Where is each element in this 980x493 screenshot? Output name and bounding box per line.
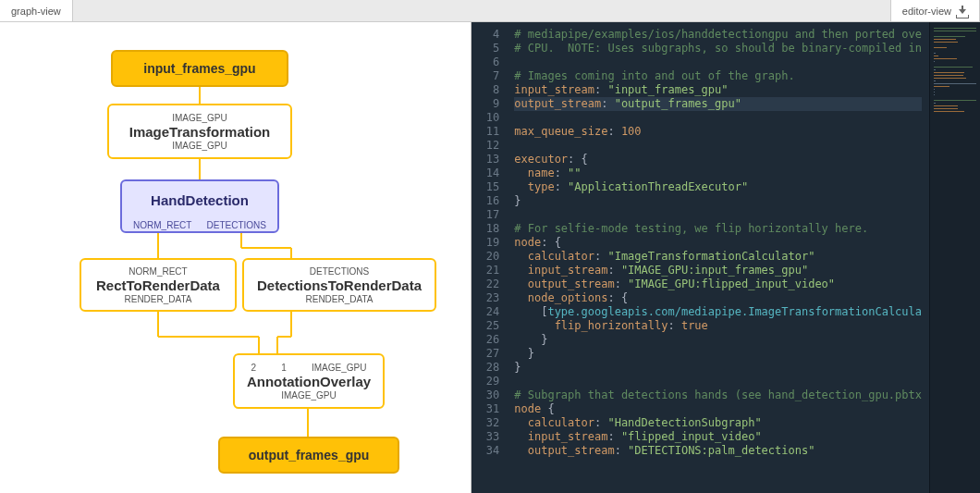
node-title: RectToRenderData [81,277,235,293]
line-number: 27 [475,347,499,361]
line-number: 8 [475,83,499,97]
code-line: input_stream: "IMAGE_GPU:input_frames_gp… [514,264,922,277]
node-title: HandDetection [122,192,277,208]
line-number: 30 [475,388,499,402]
line-number: 10 [475,111,499,125]
port-label: IMAGE_GPU [172,113,227,123]
line-number: 20 [475,250,499,264]
node-hand-detection[interactable]: HandDetection NORM_RECT DETECTIONS [120,179,279,233]
code-line [514,111,922,125]
line-number: 16 [475,194,499,208]
node-title: input_frames_gpu [113,61,287,76]
node-title: AnnotationOverlay [235,374,383,389]
code-line: # For selfie-mode testing, we flip horiz… [514,222,922,236]
code-line [514,139,922,153]
line-number: 34 [475,444,499,458]
line-number: 9 [475,97,499,111]
port-label: 1 [281,363,287,373]
port-label: 2 [251,363,257,373]
code-line: # CPU. NOTE: Uses subgraphs, so should b… [514,42,922,55]
code-line: } [514,361,922,375]
line-gutter: 4567891011121314151617181920212223242526… [472,22,507,493]
code-line: flip_horizontally: true [514,319,922,333]
line-number: 28 [475,361,499,375]
line-number: 32 [475,416,499,430]
line-number: 24 [475,305,499,319]
code-line [514,375,922,388]
code-line: # mediapipe/examples/ios/handdetectiongp… [514,28,922,42]
code-line: } [514,194,922,208]
port-label: RENDER_DATA [125,294,192,304]
node-title: ImageTransformation [109,124,290,140]
code-area[interactable]: # mediapipe/examples/ios/handdetectiongp… [507,22,929,493]
port-label: IMAGE_GPU [172,141,227,151]
line-number: 12 [475,139,499,153]
code-line: # Images coming into and out of the grap… [514,69,922,83]
code-line: input_stream: "input_frames_gpu" [514,83,922,97]
port-label: NORM_RECT [133,220,191,230]
line-number: 17 [475,208,499,222]
tab-label: editor-view [902,6,951,17]
code-line [514,208,922,222]
tab-graph-view[interactable]: graph-view [0,0,73,21]
code-line: node: { [514,236,922,250]
line-number: 13 [475,153,499,166]
line-number: 5 [475,42,499,55]
code-line: calculator: "ImageTransformationCalculat… [514,250,922,264]
code-line: output_stream: "output_frames_gpu" [514,97,922,111]
code-line: calculator: "HandDetectionSubgraph" [514,416,922,430]
line-number: 23 [475,291,499,305]
line-number: 19 [475,236,499,250]
line-number: 4 [475,28,499,42]
port-label: DETECTIONS [310,266,369,277]
line-number: 18 [475,222,499,236]
code-line: node { [514,402,922,416]
tab-label: graph-view [11,6,61,17]
node-output-frames-gpu[interactable]: output_frames_gpu [218,437,399,474]
code-line: max_queue_size: 100 [514,125,922,139]
tab-bar: graph-view editor-view [0,0,980,22]
code-line: } [514,333,922,347]
line-number: 7 [475,69,499,83]
code-line: executor: { [514,153,922,166]
line-number: 31 [475,402,499,416]
code-line: node_options: { [514,291,922,305]
code-line: output_stream: "IMAGE_GPU:flipped_input_… [514,277,922,291]
line-number: 11 [475,125,499,139]
node-title: DetectionsToRenderData [244,277,435,293]
node-input-frames-gpu[interactable]: input_frames_gpu [111,50,288,87]
port-label: RENDER_DATA [306,294,374,304]
line-number: 21 [475,264,499,277]
main-panes: input_frames_gpu IMAGE_GPU ImageTransfor… [0,22,980,493]
code-line: } [514,347,922,361]
node-image-transformation[interactable]: IMAGE_GPU ImageTransformation IMAGE_GPU [107,104,292,159]
code-line [514,55,922,69]
graph-pane[interactable]: input_frames_gpu IMAGE_GPU ImageTransfor… [0,22,472,493]
code-line: # Subgraph that detections hands (see ha… [514,388,922,402]
code-line: [type.googleapis.com/mediapipe.ImageTran… [514,305,922,319]
port-label: NORM_RECT [129,266,187,277]
port-label: IMAGE_GPU [312,363,366,373]
line-number: 15 [475,180,499,194]
line-number: 6 [475,55,499,69]
download-icon[interactable] [957,6,968,17]
code-line: input_stream: "flipped_input_video" [514,430,922,444]
code-line: output_stream: "DETECTIONS:palm_detectio… [514,444,922,458]
line-number: 33 [475,430,499,444]
node-annotation-overlay[interactable]: 2 1 IMAGE_GPU AnnotationOverlay IMAGE_GP… [233,353,385,409]
port-label: IMAGE_GPU [281,390,336,401]
editor-pane[interactable]: 4567891011121314151617181920212223242526… [472,22,980,493]
line-number: 29 [475,375,499,388]
code-line: type: "ApplicationThreadExecutor" [514,180,922,194]
port-label: DETECTIONS [206,220,265,230]
line-number: 22 [475,277,499,291]
node-title: output_frames_gpu [220,448,398,462]
tab-editor-view[interactable]: editor-view [890,0,980,21]
line-number: 14 [475,166,499,180]
node-rect-to-render-data[interactable]: NORM_RECT RectToRenderData RENDER_DATA [80,258,237,312]
code-line: name: "" [514,166,922,180]
line-number: 25 [475,319,499,333]
line-number: 26 [475,333,499,347]
node-detections-to-render-data[interactable]: DETECTIONS DetectionsToRenderData RENDER… [242,258,436,312]
minimap[interactable] [929,22,980,493]
